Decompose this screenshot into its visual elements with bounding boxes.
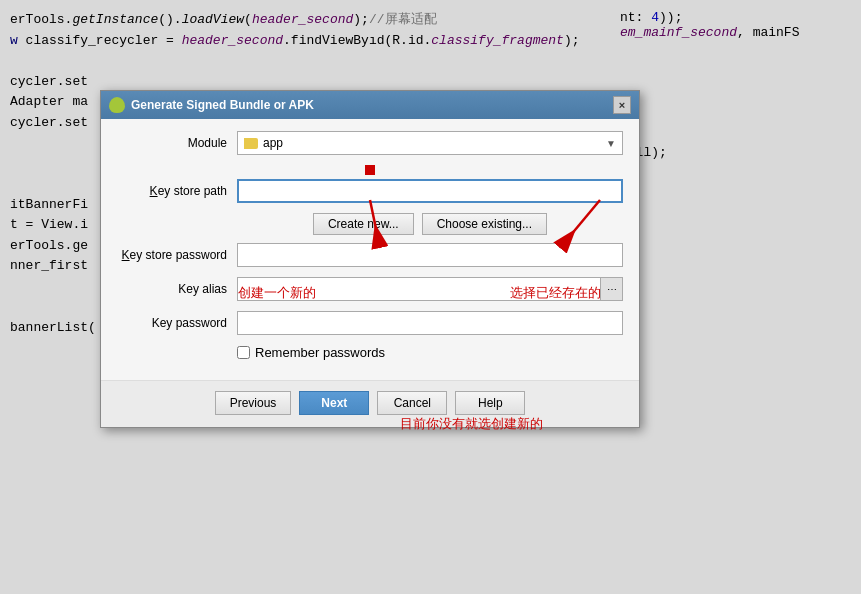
keystore-path-label: Key store path	[117, 184, 237, 198]
key-password-input[interactable]	[237, 311, 623, 335]
cancel-button[interactable]: Cancel	[377, 391, 447, 415]
select-arrow-icon: ▼	[606, 138, 616, 149]
red-indicator	[365, 165, 375, 175]
keystore-password-row: Key store password	[117, 243, 623, 267]
browse-icon: ⋯	[607, 284, 617, 295]
action-buttons-row: Previous Next Cancel Help	[101, 380, 639, 427]
dialog-titlebar: Generate Signed Bundle or APK ×	[101, 91, 639, 119]
previous-button[interactable]: Previous	[215, 391, 292, 415]
key-alias-wrapper: ⋯	[237, 277, 623, 301]
module-select-inner: app	[244, 136, 606, 150]
key-password-row: Key password	[117, 311, 623, 335]
dialog-title-left: Generate Signed Bundle or APK	[109, 97, 314, 113]
generate-signed-dialog: Generate Signed Bundle or APK × Module a…	[100, 90, 640, 428]
remember-passwords-row: Remember passwords	[237, 345, 623, 360]
keystore-password-label: Key store password	[117, 248, 237, 262]
next-button[interactable]: Next	[299, 391, 369, 415]
create-choose-buttons-row: Create new... Choose existing...	[237, 213, 623, 235]
module-row: Module app ▼	[117, 131, 623, 155]
remember-passwords-checkbox[interactable]	[237, 346, 250, 359]
android-icon	[109, 97, 125, 113]
key-alias-label: Key alias	[117, 282, 237, 296]
key-alias-input[interactable]	[238, 278, 600, 300]
red-indicator-row	[117, 165, 623, 175]
key-alias-row: Key alias ⋯	[117, 277, 623, 301]
choose-existing-button[interactable]: Choose existing...	[422, 213, 547, 235]
folder-icon	[244, 138, 258, 149]
create-new-button[interactable]: Create new...	[313, 213, 414, 235]
module-label: Module	[117, 136, 237, 150]
module-select[interactable]: app ▼	[237, 131, 623, 155]
close-button[interactable]: ×	[613, 96, 631, 114]
remember-passwords-label[interactable]: Remember passwords	[255, 345, 385, 360]
keystore-path-input[interactable]	[237, 179, 623, 203]
dialog-title: Generate Signed Bundle or APK	[131, 98, 314, 112]
key-alias-browse-button[interactable]: ⋯	[600, 278, 622, 300]
keystore-path-row: Key store path	[117, 179, 623, 203]
module-value: app	[263, 136, 283, 150]
keystore-password-input[interactable]	[237, 243, 623, 267]
dialog-body: Module app ▼ Key store path Create new..…	[101, 119, 639, 380]
key-password-label: Key password	[117, 316, 237, 330]
help-button[interactable]: Help	[455, 391, 525, 415]
